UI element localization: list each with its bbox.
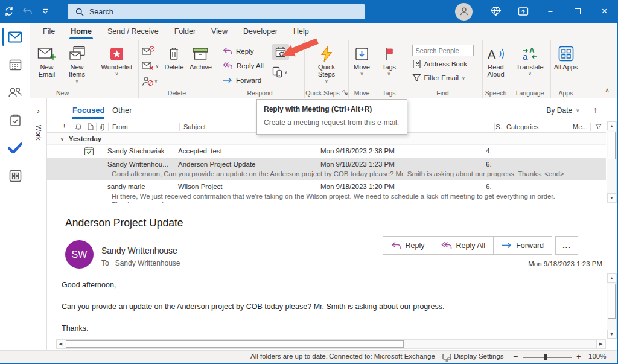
search-people-input[interactable] [412, 45, 474, 56]
expand-folder-pane-button[interactable]: › [30, 106, 46, 115]
tab-home[interactable]: Home [63, 24, 100, 40]
scroll-left-arrow[interactable]: ◀ [56, 340, 65, 348]
group-label-tags: Tags [375, 88, 403, 98]
reading-scrollbar[interactable]: ▲ ▼ [607, 273, 617, 339]
page-icon [88, 123, 94, 130]
scroll-right-arrow[interactable]: ▶ [596, 340, 605, 348]
display-settings-button[interactable]: Display Settings [454, 353, 503, 360]
reply-all-button-reading[interactable]: Reply All [433, 236, 494, 255]
undo-button[interactable] [18, 0, 36, 23]
scroll-thumb[interactable] [608, 284, 616, 319]
recipient-name[interactable]: Sandy Writtenhouse [115, 259, 180, 267]
customize-quick-access-button[interactable] [36, 0, 54, 23]
group-label-apps: Apps [551, 88, 581, 98]
forward-button-reading[interactable]: Forward [493, 236, 552, 255]
rail-item-tasks[interactable] [0, 106, 30, 134]
folder-label-work[interactable]: Work [35, 125, 42, 140]
clean-up-button[interactable]: ∨ [140, 59, 161, 72]
tab-developer[interactable]: Developer [235, 24, 285, 40]
sort-by-date-button[interactable]: By Date ∨ [546, 106, 579, 115]
scroll-up-arrow[interactable]: ▲ [607, 273, 616, 283]
rail-item-people[interactable] [0, 78, 30, 106]
bell-icon [75, 123, 82, 130]
all-apps-button[interactable]: All Apps [554, 43, 578, 88]
reply-button[interactable]: Reply [223, 44, 264, 58]
new-email-button[interactable]: New Email [34, 43, 60, 88]
ignore-button[interactable] [140, 44, 161, 57]
sort-direction-button[interactable]: ↑ [593, 105, 597, 115]
zoom-slider-track[interactable] [523, 357, 572, 358]
scroll-thumb[interactable] [608, 132, 616, 159]
archive-button[interactable]: Archive [187, 43, 214, 88]
dialog-launcher-icon[interactable] [342, 90, 348, 95]
tab-view[interactable]: View [203, 24, 235, 40]
tab-file[interactable]: File [35, 24, 63, 40]
collapse-ribbon-button[interactable]: ∧ [605, 86, 610, 94]
zoom-in-button[interactable]: + [576, 352, 581, 361]
read-aloud-button[interactable]: A Read Aloud [483, 43, 509, 88]
column-item-type[interactable] [84, 123, 97, 131]
column-mention[interactable]: Me... [570, 123, 590, 131]
translate-button[interactable]: Aa Translate ∨ [512, 43, 547, 88]
search-input[interactable]: Search [68, 4, 365, 19]
more-apps-icon [9, 170, 22, 182]
tab-folder[interactable]: Folder [167, 24, 203, 40]
sender-name[interactable]: Sandy Writtenhouse [101, 246, 177, 255]
zoom-level[interactable]: 100% [588, 353, 606, 360]
rail-item-mail[interactable] [0, 23, 30, 51]
group-apps: All Apps Apps [551, 40, 581, 98]
chevron-down-icon: ∨ [156, 63, 159, 69]
forward-button[interactable]: Forward [223, 73, 264, 87]
reply-all-icon [223, 62, 233, 69]
column-flag[interactable] [590, 123, 606, 131]
address-book-button[interactable]: Address Book [412, 58, 474, 70]
scroll-thumb[interactable] [66, 340, 404, 348]
reading-hscrollbar[interactable]: ◀ ▶ [56, 339, 606, 349]
column-from[interactable]: From [109, 123, 180, 131]
rail-item-todo[interactable] [0, 134, 30, 162]
share-to-teams-button[interactable]: ∨ [272, 65, 289, 79]
group-header-yesterday[interactable]: ∨ Yesterday [47, 133, 606, 145]
tags-button[interactable]: Tags ∨ [377, 43, 402, 88]
sync-icon [4, 6, 14, 17]
chevron-down-icon: ∨ [154, 78, 158, 84]
column-size[interactable]: S. [494, 123, 503, 131]
coming-soon-button[interactable] [509, 0, 537, 23]
sender-avatar[interactable]: SW [65, 240, 94, 269]
more-actions-button[interactable]: ... [555, 236, 578, 255]
list-scrollbar[interactable]: ▲ ▼ [607, 121, 617, 203]
column-categories[interactable]: Categories [503, 123, 570, 131]
reply-button-reading[interactable]: Reply [383, 236, 433, 255]
message-row-1[interactable]: Sandy Stachowiak Accepted: test Mon 9/18… [47, 145, 606, 158]
tab-send-receive[interactable]: Send / Receive [100, 24, 167, 40]
close-button[interactable]: × [591, 0, 618, 23]
wunderlist-button[interactable]: Wunderlist ∨ [98, 43, 136, 88]
delete-button[interactable]: Delete [162, 43, 186, 88]
sync-button[interactable] [0, 0, 18, 23]
filter-email-button[interactable]: Filter Email ∨ [412, 72, 474, 84]
scroll-up-arrow[interactable]: ▲ [607, 121, 616, 130]
svg-text:A: A [529, 46, 535, 55]
rail-item-more-apps[interactable] [0, 162, 30, 190]
tab-other[interactable]: Other [112, 106, 132, 115]
minimize-button[interactable]: − [537, 0, 564, 23]
scroll-down-arrow[interactable]: ▼ [607, 193, 616, 202]
account-avatar[interactable] [455, 3, 473, 21]
message-rows: ∨ Yesterday Sandy Stachowiak Accepted: t… [47, 133, 606, 203]
message-row-2-selected[interactable]: Sandy Writtenhou... Anderson Project Upd… [47, 158, 606, 180]
tab-focused[interactable]: Focused [72, 106, 104, 115]
column-reminder[interactable] [72, 123, 84, 131]
move-button[interactable]: Move ∨ [349, 43, 375, 88]
new-items-button[interactable]: New Items ∨ [63, 43, 92, 88]
junk-button[interactable]: ∨ [140, 74, 161, 88]
reply-all-button[interactable]: Reply All [223, 59, 264, 72]
scroll-down-arrow[interactable]: ▼ [607, 330, 616, 339]
person-icon [459, 6, 470, 17]
column-importance[interactable]: ! [57, 123, 72, 131]
premium-button[interactable] [482, 0, 509, 23]
zoom-slider-thumb[interactable] [544, 354, 547, 360]
column-attachment[interactable] [97, 123, 109, 131]
rail-item-calendar[interactable] [0, 51, 30, 78]
maximize-button[interactable] [564, 0, 591, 23]
zoom-out-button[interactable]: − [513, 351, 518, 361]
